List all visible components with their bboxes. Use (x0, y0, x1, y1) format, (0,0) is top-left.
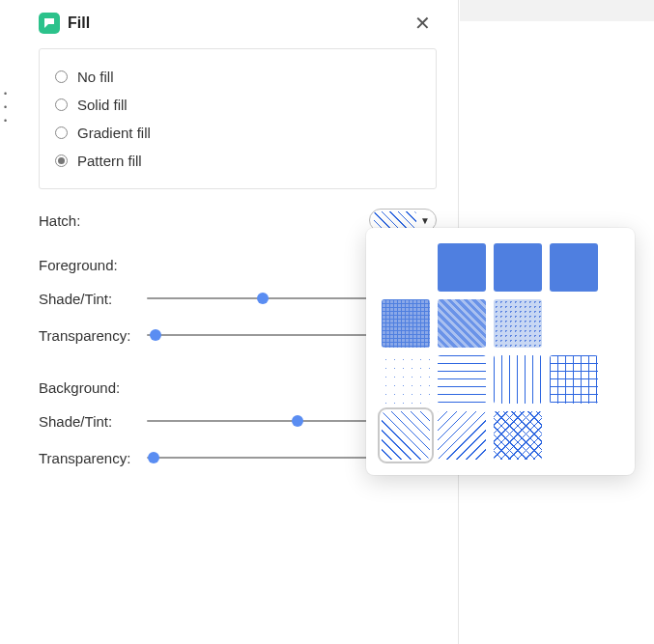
background-transparency-slider[interactable] (147, 450, 385, 465)
radio-icon (55, 70, 68, 83)
hatch-swatch-dense-dots[interactable] (494, 243, 542, 292)
slider-thumb[interactable] (257, 293, 269, 304)
left-gutter-markers: ••• (4, 87, 10, 127)
hatch-swatch-diagonal-cross[interactable] (494, 411, 542, 460)
radio-label: Gradient fill (77, 125, 151, 141)
foreground-shade-label: Shade/Tint: (39, 291, 147, 307)
radio-label: Solid fill (77, 97, 128, 113)
radio-label: No fill (77, 69, 114, 85)
hatch-swatch-v-lines[interactable] (494, 355, 542, 404)
hatch-swatch-small-dots[interactable] (550, 243, 598, 292)
left-gutter: ••• (0, 0, 17, 644)
right-background-strip (460, 0, 654, 21)
radio-icon (55, 98, 68, 111)
panel-header: Fill ✕ (39, 10, 437, 37)
fill-type-group: No fill Solid fill Gradient fill Pattern… (39, 48, 437, 189)
hatch-swatch-crosshatch-50[interactable] (382, 299, 430, 348)
chevron-down-icon: ▼ (420, 215, 430, 226)
hatch-swatch-diagonal-back[interactable] (438, 411, 486, 460)
hatch-preview-icon (374, 211, 416, 229)
panel-title: Fill (68, 14, 409, 32)
close-icon[interactable]: ✕ (409, 12, 437, 35)
radio-icon (55, 154, 68, 167)
hatch-label: Hatch: (39, 212, 80, 229)
background-shade-label: Shade/Tint: (39, 413, 147, 430)
app-icon (39, 13, 60, 34)
fill-option-gradient-fill[interactable]: Gradient fill (55, 119, 420, 147)
fill-option-solid-fill[interactable]: Solid fill (55, 91, 420, 119)
radio-label: Pattern fill (77, 153, 142, 169)
hatch-swatch-none[interactable] (382, 243, 430, 292)
slider-thumb[interactable] (148, 452, 159, 463)
hatch-swatch-very-sparse-dots[interactable] (382, 355, 430, 404)
hatch-swatch-h-lines[interactable] (438, 355, 486, 404)
hatch-swatch-sparse-dots[interactable] (550, 299, 598, 348)
fill-option-pattern-fill[interactable]: Pattern fill (55, 147, 420, 175)
hatch-swatch-grid-lines[interactable] (550, 355, 598, 404)
hatch-pattern-grid (382, 243, 619, 460)
hatch-swatch-solid[interactable] (438, 243, 486, 292)
slider-thumb[interactable] (292, 415, 303, 427)
slider-track (147, 457, 385, 459)
foreground-transparency-label: Transparency: (39, 327, 147, 344)
hatch-swatch-dots-50[interactable] (494, 299, 542, 348)
radio-icon (55, 126, 68, 139)
hatch-swatch-diagonal-50[interactable] (438, 299, 486, 348)
background-transparency-label: Transparency: (39, 450, 147, 466)
hatch-popup (366, 228, 635, 475)
fill-option-no-fill[interactable]: No fill (55, 63, 420, 91)
slider-thumb[interactable] (150, 329, 161, 341)
hatch-swatch-diagonal-forward[interactable] (382, 411, 430, 460)
